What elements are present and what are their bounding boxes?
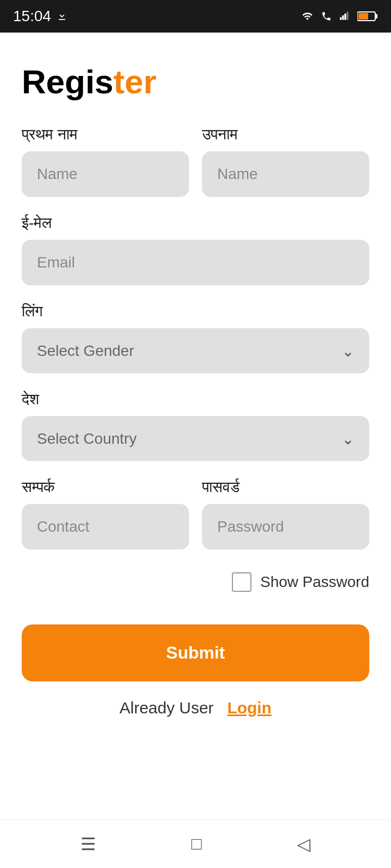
email-group: ई-मेल [22,214,369,285]
email-label: ई-मेल [22,214,369,232]
password-group: पासवर्ड [202,478,369,550]
status-bar: 15:04 [0,0,391,33]
call-icon [320,11,332,22]
first-name-group: प्रथम नाम [22,126,189,197]
country-select[interactable]: Select Country India USA UK [22,416,369,461]
svg-rect-2 [344,14,346,20]
submit-button[interactable]: Submit [22,624,369,681]
already-user-row: Already User Login [22,699,369,717]
download-icon [56,11,67,22]
gender-group: लिंग Select Gender Male Female Other ⌄ [22,303,369,373]
last-name-label: उपनाम [202,126,369,144]
main-content: Register प्रथम नाम उपनाम ई-मेल लिंग Sele… [0,33,391,819]
already-user-text: Already User [119,699,213,717]
status-icons [300,11,378,22]
back-icon[interactable]: ◁ [297,834,311,854]
wifi-icon [300,11,315,22]
country-group: देश Select Country India USA UK ⌄ [22,391,369,461]
contact-group: सम्पर्क [22,478,189,550]
first-name-label: प्रथम नाम [22,126,189,144]
title-part1: Regis [22,63,113,100]
bottom-nav: ☰ □ ◁ [0,819,391,868]
battery-icon [357,11,378,22]
home-icon[interactable]: □ [191,834,201,854]
status-time: 15:04 [13,8,67,25]
svg-rect-5 [375,14,377,18]
login-link[interactable]: Login [227,699,272,717]
contact-input[interactable] [22,504,189,550]
gender-select[interactable]: Select Gender Male Female Other [22,328,369,373]
svg-rect-6 [358,13,368,20]
svg-rect-1 [342,15,344,20]
show-password-row: Show Password [22,572,369,592]
contact-label: सम्पर्क [22,478,189,496]
menu-icon[interactable]: ☰ [80,834,96,854]
show-password-label: Show Password [260,573,369,591]
title-part2: ter [113,63,156,100]
country-label: देश [22,391,369,409]
svg-rect-3 [346,12,348,20]
password-label: पासवर्ड [202,478,369,496]
gender-label: लिंग [22,303,369,321]
email-input[interactable] [22,240,369,285]
first-name-input[interactable] [22,151,189,197]
country-select-wrapper: Select Country India USA UK ⌄ [22,416,369,461]
last-name-input[interactable] [202,151,369,197]
gender-select-wrapper: Select Gender Male Female Other ⌄ [22,328,369,373]
signal-icon [338,11,352,22]
clock: 15:04 [13,8,51,25]
page-title: Register [22,65,369,99]
svg-rect-0 [340,17,342,20]
name-row: प्रथम नाम उपनाम [22,126,369,197]
last-name-group: उपनाम [202,126,369,197]
password-input[interactable] [202,504,369,550]
show-password-checkbox[interactable] [232,572,251,592]
contact-password-row: सम्पर्क पासवर्ड [22,478,369,550]
